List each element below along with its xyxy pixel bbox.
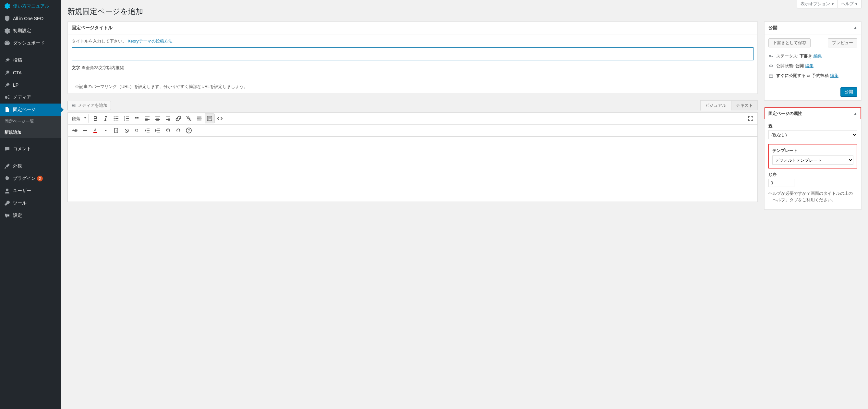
- quote-button[interactable]: [132, 114, 142, 123]
- edit-visibility-link[interactable]: 編集: [805, 63, 813, 69]
- status-label: ステータス:: [776, 53, 799, 59]
- submenu-item-add-new[interactable]: 新規追加: [0, 127, 61, 138]
- help-button[interactable]: ヘルプ▼: [838, 0, 862, 8]
- sidebar-item-settings[interactable]: 設定: [0, 209, 61, 222]
- template-label: テンプレート: [772, 148, 854, 153]
- outdent-button[interactable]: [143, 126, 152, 135]
- svg-rect-22: [769, 74, 773, 77]
- permalink-note: ※記事のパーマリンク（URL）を設定します。分かりやすく簡潔なURLを設定しまし…: [72, 84, 753, 90]
- svg-point-3: [8, 215, 9, 216]
- tab-visual[interactable]: ビジュアル: [700, 100, 731, 111]
- sidebar-item-comments[interactable]: コメント: [0, 143, 61, 155]
- sidebar-item-label: ツール: [13, 200, 27, 206]
- tab-text[interactable]: テキスト: [731, 100, 758, 110]
- format-select[interactable]: 段落: [70, 114, 89, 123]
- sidebar-item-seo[interactable]: All in One SEO: [0, 12, 61, 25]
- submenu-item-page-list[interactable]: 固定ページ一覧: [0, 116, 61, 127]
- code-button[interactable]: [215, 114, 225, 123]
- template-select[interactable]: デフォルトテンプレート: [772, 155, 854, 165]
- sidebar-item-label: 初期設定: [13, 28, 31, 34]
- svg-text:A: A: [94, 128, 97, 132]
- publish-button[interactable]: 公開: [840, 87, 857, 96]
- gear-icon: [4, 3, 10, 9]
- wrench-icon: [4, 200, 10, 206]
- fullscreen-button[interactable]: [746, 114, 755, 123]
- sidebar-item-dashboard[interactable]: ダッシュボード: [0, 37, 61, 49]
- publish-heading[interactable]: 公開▲: [765, 22, 861, 34]
- parent-select[interactable]: (親なし): [768, 130, 857, 139]
- comment-icon: [4, 146, 10, 152]
- bulletlist-button[interactable]: [111, 114, 121, 123]
- content-editor[interactable]: [68, 137, 757, 202]
- italic-button[interactable]: [101, 114, 111, 123]
- indent-button[interactable]: [153, 126, 162, 135]
- screen-options-button[interactable]: 表示オプション▼: [797, 0, 838, 8]
- sidebar-item-tools[interactable]: ツール: [0, 197, 61, 209]
- page-icon: [4, 107, 10, 113]
- sidebar-item-appearance[interactable]: 外観: [0, 160, 61, 172]
- sidebar-item-plugins[interactable]: プラグイン 2: [0, 172, 61, 185]
- sidebar-item-label: LP: [13, 83, 19, 88]
- textcolor-button[interactable]: A: [91, 126, 100, 135]
- redo-button[interactable]: [174, 126, 183, 135]
- readmore-button[interactable]: [194, 114, 204, 123]
- sidebar-item-posts[interactable]: 投稿: [0, 54, 61, 66]
- edit-status-link[interactable]: 編集: [813, 53, 822, 59]
- link-button[interactable]: [174, 114, 183, 123]
- strikethrough-button[interactable]: ABC: [70, 126, 80, 135]
- bold-button[interactable]: [91, 114, 100, 123]
- save-draft-button[interactable]: 下書きとして保存: [768, 38, 811, 48]
- plugin-icon: [4, 175, 10, 182]
- sidebar-item-label: 固定ページ: [13, 107, 36, 113]
- svg-point-5: [72, 104, 74, 106]
- svg-rect-12: [207, 116, 212, 121]
- svg-text:Ω: Ω: [135, 128, 138, 133]
- sidebar-item-label: 外観: [13, 163, 22, 169]
- unlink-button[interactable]: [184, 114, 194, 123]
- order-label: 順序: [768, 172, 857, 178]
- specialchar-button[interactable]: Ω: [132, 126, 142, 135]
- screen-options-label: 表示オプション: [801, 1, 830, 6]
- user-icon: [4, 187, 10, 194]
- title-instruction-text: タイトルを入力して下さい。: [72, 39, 126, 43]
- clearformat-button[interactable]: [122, 126, 131, 135]
- textcolor-dropdown[interactable]: [101, 126, 111, 135]
- sidebar-item-cta[interactable]: CTA: [0, 66, 61, 79]
- sidebar-item-pages[interactable]: 固定ページ: [0, 104, 61, 116]
- sidebar-item-manual[interactable]: 使い方マニュアル: [0, 0, 61, 12]
- svg-point-0: [5, 96, 7, 99]
- attributes-heading[interactable]: 固定ページの属性: [768, 111, 854, 117]
- add-media-button[interactable]: メディアを追加: [67, 101, 111, 110]
- aligncenter-button[interactable]: [153, 114, 162, 123]
- edit-schedule-link[interactable]: 編集: [830, 73, 838, 79]
- publish-metabox: 公開▲ 下書きとして保存 プレビュー ステータス: 下書き 編集: [764, 22, 862, 100]
- preview-button[interactable]: プレビュー: [828, 38, 857, 48]
- theme-howto-link[interactable]: Xeoryテーマの投稿方法: [128, 39, 173, 43]
- alignright-button[interactable]: [163, 114, 173, 123]
- sidebar-item-users[interactable]: ユーザー: [0, 185, 61, 197]
- page-title-input[interactable]: [72, 48, 753, 60]
- sidebar-item-label: コメント: [13, 146, 31, 152]
- undo-button[interactable]: [163, 126, 173, 135]
- pastetext-button[interactable]: T: [111, 126, 121, 135]
- numberlist-button[interactable]: 123: [122, 114, 131, 123]
- title-metabox-heading: 固定ページタイトル: [68, 22, 757, 34]
- editor-toolbar: 段落 123: [68, 113, 757, 137]
- order-input[interactable]: [768, 179, 794, 187]
- sidebar-item-media[interactable]: メディア: [0, 91, 61, 104]
- key-icon: [768, 54, 774, 59]
- help-button-toolbar[interactable]: ?: [184, 126, 194, 135]
- sidebar-item-lp[interactable]: LP: [0, 79, 61, 91]
- toolbar-toggle-button[interactable]: [205, 114, 214, 123]
- sidebar-item-label: ダッシュボード: [13, 40, 45, 46]
- visibility-value: 公開: [795, 63, 804, 69]
- sidebar-item-initsettings[interactable]: 初期設定: [0, 25, 61, 37]
- add-media-label: メディアを追加: [78, 103, 107, 109]
- screen-meta-links: 表示オプション▼ ヘルプ▼: [797, 0, 862, 8]
- alignleft-button[interactable]: [143, 114, 152, 123]
- hr-button[interactable]: [80, 126, 90, 135]
- schedule-row: すぐに 公開する or 予約投稿 編集: [768, 71, 857, 81]
- sliders-icon: [4, 212, 10, 219]
- admin-sidebar: 使い方マニュアル All in One SEO 初期設定 ダッシュボード 投稿 …: [0, 0, 61, 409]
- page-attributes-metabox: 固定ページの属性 ▲ 親 (親なし) テンプレート デフォルトテンプレート: [764, 107, 862, 210]
